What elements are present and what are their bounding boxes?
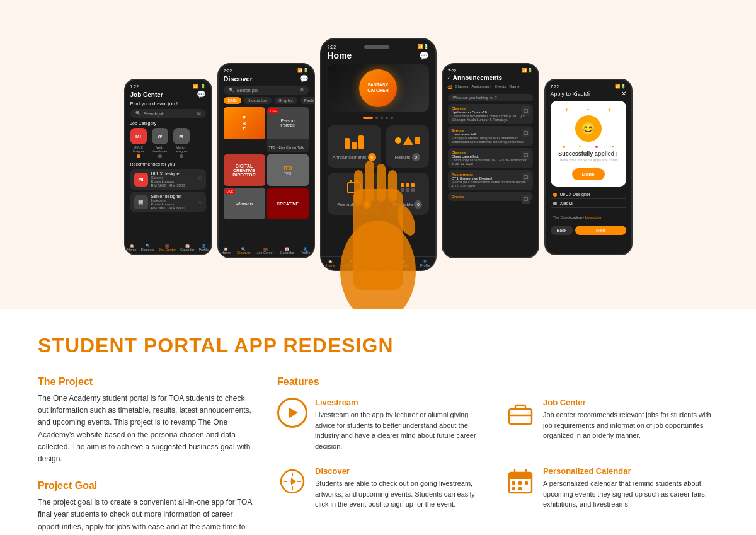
feature-discover: Discover Students are able to check out … [277,466,490,510]
bottom-section: STUDENT PORTAL APP REDESIGN The Project … [0,309,756,535]
p5-done-btn[interactable]: Done [572,168,605,180]
p4-tab-assignment[interactable]: Assignment [472,84,491,89]
phones-container: 7:22 📶 🔋 Job Center 💬 Find your dream jo… [19,38,737,271]
content-grid: The Project The One Academy student port… [38,376,718,535]
p5-info-xiaomi: XiaoMi [551,199,626,208]
main-title: STUDENT PORTAL APP REDESIGN [38,334,718,357]
feature-text-discover: Discover Students are able to check out … [315,466,490,510]
feature-icon-livestream [277,398,307,428]
svg-rect-24 [518,487,522,490]
p3-bottom-nav: 🏠Home 🔍Discover 💼Job Center 📅Calendar 👤P… [321,256,435,270]
p2-bottom-nav: 🏠Home 🔍Discover 💼Job Center 📅Calendar 👤P… [219,244,314,257]
p5-close[interactable]: ✕ [621,90,626,97]
p4-time: 7:22 [448,69,457,73]
p1-find-text: Find your dream job ! [130,101,206,106]
p1-job-1: MI UI/UX designer Xiaomi Kuala Lumpur RM… [130,169,206,190]
p1-cat-motion: M Motiondesigner [173,128,190,158]
feature-title-jobcenter: Job Center [543,398,718,407]
p1-job-2: 🏢 Senior designer Indecore Kuala Lumpur … [130,192,206,212]
p5-time: 7:22 [551,84,559,89]
p4-tabs: All Classes Assignment Events Game [448,84,533,91]
phone-discover: 7:22 📶🔋 Discover 💬 🔍 Search job ⊞ DMD [217,63,315,258]
feature-jobcenter: Job Center Job center recommends relevan… [505,398,718,451]
p3-grid: Announcements 6 Results 0 [328,125,429,215]
p1-cat-web: W Webdeveloper [152,128,168,158]
p4-item-2: Events Live career talk: For Digital Med… [448,126,533,146]
p2-tab-fashion[interactable]: Fashion [300,97,315,104]
feature-text-livestream: Livestream Livestream on the app by lect… [315,398,490,451]
project-text: The One Academy student portal is for TO… [38,393,252,465]
feature-desc-jobcenter: Job center recommends relevant jobs for … [543,410,718,441]
p5-info-uiux: UI/UX Designer [551,190,626,199]
p5-nav-btns: Back Next [551,226,626,235]
p3-time: 7:22 [328,45,336,49]
p4-item-4: Assignment CT1 (Immersive Design): Submi… [448,170,533,190]
p4-item-3: Classes Class cancelled: Community servi… [448,148,533,168]
p4-tab-classes[interactable]: Classes [455,84,468,89]
p4-title: Announcements [453,74,502,81]
p2-search[interactable]: Search job [237,88,258,93]
features-grid: Livestream Livestream on the app by lect… [277,398,718,510]
p2-gallery: PRF PersonPortrait LIVE TFO - Live Caree… [224,107,309,219]
p2-tab-illustration[interactable]: Illustration [244,97,272,104]
p5-next-btn[interactable]: Next [575,226,626,235]
right-col: Features Livestream Livestream on the ap… [277,376,718,535]
feature-text-jobcenter: Job Center Job center recommends relevan… [543,398,718,441]
p4-tab-game[interactable]: Game [509,84,519,89]
feature-desc-discover: Students are able to check out on going … [315,478,490,510]
p5-academy: The One Academy Login/Join [551,208,626,223]
p4-search[interactable]: What are you looking for ? [448,94,533,101]
p1-recommended: Recommended for you [130,162,206,166]
feature-desc-livestream: Livestream on the app by lecturer or alu… [315,410,490,451]
svg-rect-23 [512,487,515,490]
feature-calendar: Personalized Calendar A personalized cal… [505,466,718,510]
p4-item-5: Events ☐ [448,192,533,201]
feature-desc-calendar: A personalized calendar that remind stud… [543,478,718,510]
p1-search[interactable]: Search job [144,112,164,116]
goal-heading: Project Goal [38,480,252,492]
feature-title-calendar: Personalized Calendar [543,466,718,476]
p2-title: Discover [224,75,253,83]
p4-back[interactable]: ‹ [448,74,450,81]
p5-title: Apply to XiaoMi [551,91,590,97]
phone-announcements: 7:22 📶🔋 ‹ Announcements All Classes Assi… [442,63,539,258]
p1-title: Job Center [130,91,163,98]
p2-time: 7:22 [224,69,232,73]
left-col: The Project The One Academy student port… [38,376,252,535]
p2-tab-dmd[interactable]: DMD [224,97,242,104]
p5-success-title: Successfully applied ! [556,151,621,157]
feature-title-livestream: Livestream [315,398,490,407]
svg-rect-20 [512,481,515,485]
svg-rect-17 [509,473,532,479]
feature-text-calendar: Personalized Calendar A personalized cal… [543,466,718,510]
p1-time: 7:22 [130,84,139,89]
feature-livestream: Livestream Livestream on the app by lect… [277,398,490,451]
p1-bottom-nav: 🏠Home 🔍Discover 💼Job Center 📅Calendar 👤P… [125,241,211,254]
feature-icon-discover [277,466,307,497]
p4-tab-events[interactable]: Events [495,84,506,89]
project-heading: The Project [38,376,252,388]
top-section: 7:22 📶 🔋 Job Center 💬 Find your dream jo… [0,0,756,309]
p5-success-desc: Check your inbox for approval notes. [556,158,621,162]
goal-text: The project goal is to create a convenie… [38,497,252,535]
phone-home: 7:22 📶🔋 Home 💬 FANTASYCATCHER [320,38,437,271]
feature-icon-jobcenter [505,398,536,428]
phone-job-center: 7:22 📶 🔋 Job Center 💬 Find your dream jo… [124,79,212,255]
p4-item-1: Classes Updates on Covid-19: Conditional… [448,104,533,124]
p5-success-card: ✦ ✦ ✦ 😊 Successfully applied ! Check y [551,101,626,187]
svg-rect-7 [509,409,532,424]
svg-point-11 [290,480,294,483]
p1-category-title: Job Category [130,121,206,125]
svg-rect-22 [525,481,528,485]
phone-apply: 7:22 📶🔋 Apply to XiaoMi ✕ ✦ ✦ ✦ � [544,79,633,255]
p5-back-btn[interactable]: Back [551,226,573,235]
p4-tab-all[interactable]: All [448,84,452,89]
svg-rect-21 [518,481,522,485]
p2-tab-graphic[interactable]: Graphic [274,97,297,104]
features-heading: Features [277,376,718,388]
feature-icon-calendar [505,466,536,497]
feature-title-discover: Discover [315,466,490,476]
p1-cat-uiux: MI UI/UXdesigner [130,128,147,158]
p3-title: Home [328,50,352,60]
p3-banner: FANTASYCATCHER [328,64,429,112]
